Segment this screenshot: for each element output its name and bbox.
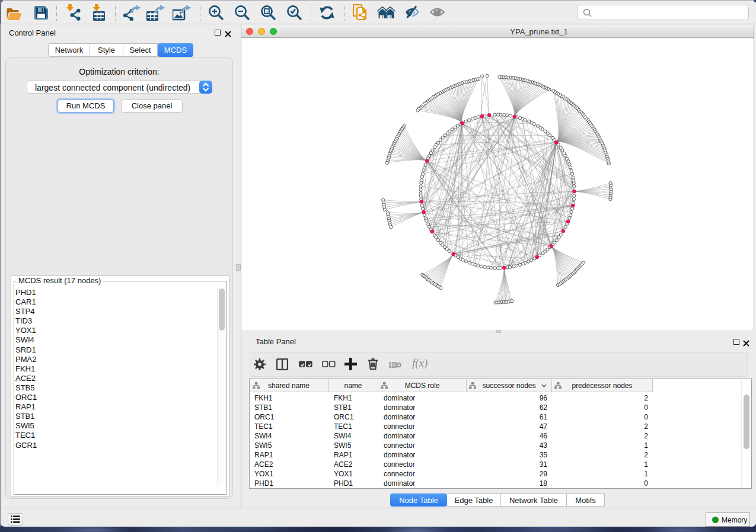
svg-text:f(x): f(x) [412, 357, 428, 370]
